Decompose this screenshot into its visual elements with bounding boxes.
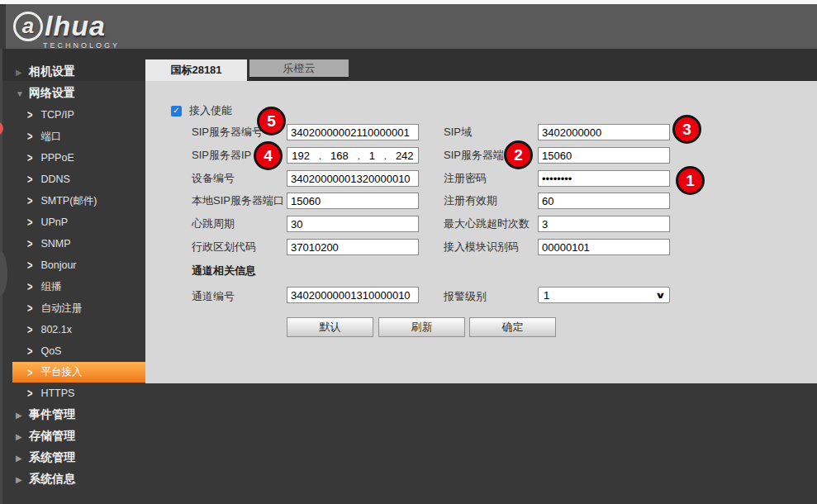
field-label-access-module-id: 接入模块识别码 xyxy=(444,239,519,255)
sidebar-group-system-info[interactable]: ▶ 系统信息 xyxy=(0,468,145,490)
sidebar-item-label: 组播 xyxy=(40,280,61,294)
sidebar-group-system-management[interactable]: ▶ 系统管理 xyxy=(0,447,145,468)
triangle-down-icon: ▼ xyxy=(16,89,29,98)
sidebar-group-label: 系统管理 xyxy=(29,450,75,465)
sidebar-item-ddns[interactable]: > DDNS xyxy=(0,169,145,190)
sidebar-group-camera-settings[interactable]: ▶ 相机设置 xyxy=(0,61,145,83)
sidebar-group-label: 网络设置 xyxy=(29,86,75,101)
sidebar-item-label: UPnP xyxy=(40,216,68,228)
sip-server-no-input[interactable] xyxy=(287,124,419,140)
sidebar-item-port[interactable]: > 端口 xyxy=(0,126,145,147)
chevron-right-icon: > xyxy=(27,131,32,143)
sidebar-item-8021x[interactable]: > 802.1x xyxy=(0,319,145,340)
sidebar-item-label: 端口 xyxy=(40,130,61,144)
sidebar-item-label: 自动注册 xyxy=(40,302,82,316)
triangle-right-icon: ▶ xyxy=(16,411,29,420)
chevron-right-icon: > xyxy=(27,174,32,186)
sidebar-item-label: SMTP(邮件) xyxy=(40,194,97,208)
annotation-badge-4: 4 xyxy=(254,141,283,170)
sidebar-group-storage-management[interactable]: ▶ 存储管理 xyxy=(0,426,145,447)
sidebar-item-label: TCP/IP xyxy=(40,109,74,121)
ip-dot: . xyxy=(384,150,387,162)
sidebar-item-label: HTTPS xyxy=(40,388,74,399)
check-icon: ✓ xyxy=(173,107,179,115)
sidebar-item-pppoe[interactable]: > PPPoE xyxy=(0,147,145,169)
register-valid-period-input[interactable] xyxy=(538,193,670,209)
chevron-right-icon: > xyxy=(27,259,32,272)
ip-octet-2: 168 xyxy=(330,150,349,162)
ip-octet-1: 192 xyxy=(292,150,310,162)
device-no-input[interactable] xyxy=(287,170,419,187)
sidebar-item-qos[interactable]: > QoS xyxy=(0,340,145,362)
sidebar-item-auto-register[interactable]: > 自动注册 xyxy=(0,297,145,319)
tab-gb28181[interactable]: 国标28181 xyxy=(145,59,247,81)
chevron-right-icon: > xyxy=(27,195,32,207)
sip-server-port-input[interactable] xyxy=(538,147,670,164)
chevron-right-icon: > xyxy=(27,302,32,315)
enable-checkbox[interactable]: ✓ xyxy=(171,106,182,116)
sidebar-group-event-management[interactable]: ▶ 事件管理 xyxy=(0,404,145,426)
tab-lechange[interactable]: 乐橙云 xyxy=(249,59,349,80)
field-label-admin-region-code: 行政区划代码 xyxy=(192,239,256,255)
header-bar xyxy=(0,4,817,49)
sidebar-group-label: 存储管理 xyxy=(29,429,75,444)
register-password-input[interactable] xyxy=(538,170,670,187)
chevron-right-icon: > xyxy=(27,324,32,336)
sidebar-item-smtp[interactable]: > SMTP(邮件) xyxy=(0,190,145,212)
dahua-logo: a lhua TECHNOLOGY xyxy=(13,10,120,50)
sidebar-group-network-settings[interactable]: ▼ 网络设置 xyxy=(0,83,145,104)
dahua-web-config: { "brand": {"circled_letter": "a", "rest… xyxy=(0,0,817,504)
local-sip-port-input[interactable] xyxy=(287,193,419,209)
field-label-channel-no: 通道编号 xyxy=(192,288,235,305)
annotation-badge-3: 3 xyxy=(672,115,701,144)
field-label-max-heartbeat-timeout: 最大心跳超时次数 xyxy=(444,216,530,232)
field-label-alarm-level: 报警级别 xyxy=(444,288,487,305)
chevron-right-icon: > xyxy=(27,216,32,229)
alarm-level-select[interactable]: 1 ∨ xyxy=(538,287,670,303)
triangle-right-icon: ▶ xyxy=(16,475,29,484)
default-button[interactable]: 默认 xyxy=(287,317,373,337)
field-label-device-no: 设备编号 xyxy=(192,170,235,187)
sidebar-item-https[interactable]: > HTTPS xyxy=(0,383,145,404)
chevron-down-icon: ∨ xyxy=(655,290,666,301)
admin-region-code-input[interactable] xyxy=(287,239,419,255)
sidebar-item-upnp[interactable]: > UPnP xyxy=(0,212,145,233)
sidebar-item-label: Bonjour xyxy=(40,259,76,271)
ip-dot: . xyxy=(319,150,322,162)
sidebar-item-multicast[interactable]: > 组播 xyxy=(0,276,145,297)
channel-no-input[interactable] xyxy=(287,287,419,303)
max-heartbeat-timeout-input[interactable] xyxy=(538,216,670,232)
sidebar-item-tcpip[interactable]: > TCP/IP xyxy=(0,104,145,126)
refresh-button[interactable]: 刷新 xyxy=(378,317,465,337)
sidebar-item-platform-access[interactable]: > 平台接入 xyxy=(12,362,145,383)
enable-row: ✓ 接入使能 xyxy=(171,103,232,118)
chevron-right-icon: > xyxy=(27,109,32,121)
sidebar-item-label: 802.1x xyxy=(40,324,72,335)
access-module-id-input[interactable] xyxy=(538,239,670,255)
section-title-channel-info: 通道相关信息 xyxy=(192,264,256,278)
sidebar-item-label: DDNS xyxy=(40,174,69,185)
ip-octet-4: 242 xyxy=(396,150,414,162)
sidebar-nav: ▶ 相机设置 ▼ 网络设置 > TCP/IP > 端口 > PPPoE > DD… xyxy=(0,61,145,490)
header-left-edge xyxy=(0,4,6,49)
sidebar-group-label: 事件管理 xyxy=(29,407,75,422)
sidebar-item-bonjour[interactable]: > Bonjour xyxy=(0,254,145,276)
ip-octet-3: 1 xyxy=(369,150,375,162)
sidebar-item-snmp[interactable]: > SNMP xyxy=(0,233,145,254)
ip-dot: . xyxy=(357,150,360,162)
confirm-button[interactable]: 确定 xyxy=(469,317,556,337)
sidebar-item-label: PPPoE xyxy=(40,152,74,164)
field-label-local-sip-port: 本地SIP服务器端口 xyxy=(192,193,284,209)
triangle-right-icon: ▶ xyxy=(16,68,29,77)
field-label-sip-server-ip: SIP服务器IP xyxy=(192,147,251,164)
field-label-sip-server-no: SIP服务器编号 xyxy=(192,124,263,140)
chevron-right-icon: > xyxy=(27,388,32,400)
logo-circled-a-icon: a xyxy=(13,12,43,41)
annotation-badge-5: 5 xyxy=(257,107,286,136)
chevron-right-icon: > xyxy=(27,345,32,358)
triangle-right-icon: ▶ xyxy=(16,454,29,463)
sidebar-item-label: 平台接入 xyxy=(40,365,82,379)
heartbeat-period-input[interactable] xyxy=(287,216,419,232)
sip-domain-input[interactable] xyxy=(538,124,670,140)
sip-server-ip-input[interactable]: 192 . 168 . 1 . 242 xyxy=(287,147,419,164)
